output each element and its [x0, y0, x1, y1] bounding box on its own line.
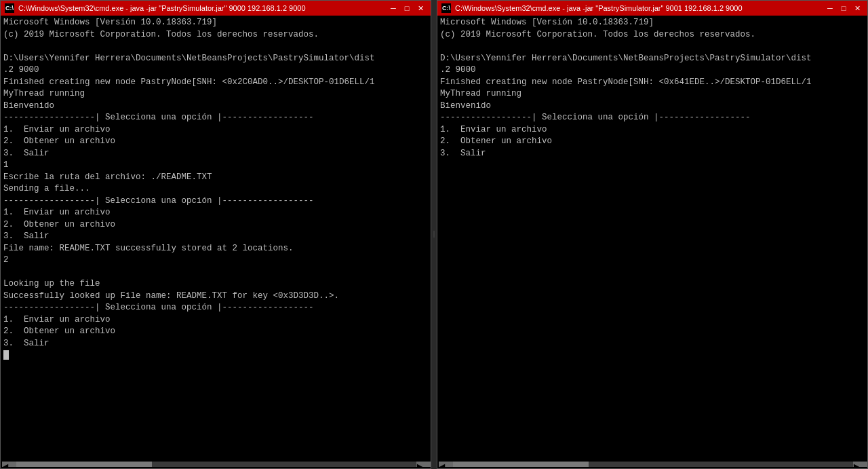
console-output-1[interactable]: Microsoft Windows [Versión 10.0.18363.71… [1, 16, 431, 460]
console-wrapper-2: Microsoft Windows [Versión 10.0.18363.71… [437, 16, 867, 460]
scroll-track-2[interactable] [453, 462, 854, 467]
horizontal-scrollbar-1[interactable]: ◄ ► [1, 460, 431, 468]
separator: | [431, 0, 437, 469]
title-controls-1: ─ □ ✕ [387, 3, 427, 13]
title-controls-2: ─ □ ✕ [824, 3, 863, 13]
scroll-thumb-2[interactable] [453, 462, 589, 467]
minimize-btn-2[interactable]: ─ [824, 3, 836, 13]
title-bar-2: C:\ C:\Windows\System32\cmd.exe - java -… [437, 1, 867, 16]
close-btn-2[interactable]: ✕ [851, 3, 863, 13]
scroll-thumb-1[interactable] [16, 462, 152, 467]
title-bar-1: C:\ C:\Windows\System32\cmd.exe - java -… [1, 1, 431, 16]
cmd-icon-1: C:\ [5, 3, 14, 13]
close-btn-1[interactable]: ✕ [414, 3, 427, 13]
maximize-btn-2[interactable]: □ [837, 3, 850, 13]
maximize-btn-1[interactable]: □ [401, 3, 413, 13]
title-bar-left-1: C:\ C:\Windows\System32\cmd.exe - java -… [5, 3, 306, 13]
cmd-window-2[interactable]: C:\ C:\Windows\System32\cmd.exe - java -… [437, 0, 868, 469]
title-text-2: C:\Windows\System32\cmd.exe - java -jar … [455, 4, 743, 12]
scroll-arrow-left-1[interactable]: ◄ [2, 462, 16, 467]
console-output-2[interactable]: Microsoft Windows [Versión 10.0.18363.71… [437, 16, 867, 460]
console-wrapper-1: Microsoft Windows [Versión 10.0.18363.71… [1, 16, 431, 460]
cmd-icon-2: C:\ [441, 3, 451, 13]
scroll-arrow-left-2[interactable]: ◄ [439, 462, 453, 467]
scroll-track-1[interactable] [16, 462, 417, 467]
title-text-1: C:\Windows\System32\cmd.exe - java -jar … [18, 4, 306, 12]
title-bar-left-2: C:\ C:\Windows\System32\cmd.exe - java -… [441, 3, 743, 13]
cursor-1 [3, 350, 9, 360]
cmd-window-1[interactable]: C:\ C:\Windows\System32\cmd.exe - java -… [0, 0, 431, 469]
scroll-arrow-right-1[interactable]: ► [416, 462, 431, 467]
horizontal-scrollbar-2[interactable]: ◄ ► [437, 460, 867, 468]
minimize-btn-1[interactable]: ─ [387, 3, 399, 13]
scroll-arrow-right-2[interactable]: ► [853, 462, 867, 467]
